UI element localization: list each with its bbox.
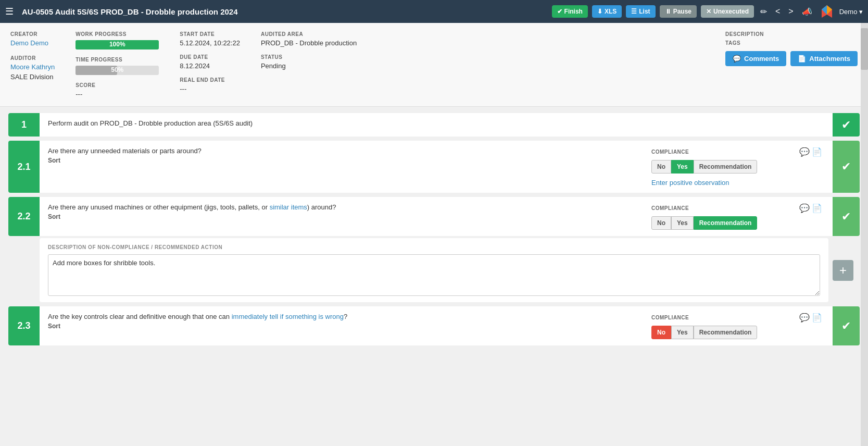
comments-button[interactable]: 💬 Comments <box>725 51 786 66</box>
comment-icon: 💬 <box>733 55 741 63</box>
item-category-2-2: Sort <box>48 213 637 220</box>
item-category-2-3: Sort <box>48 323 637 330</box>
prev-button[interactable]: < <box>773 5 782 18</box>
desc-textarea-2-2[interactable]: Add more boxes for shribble tools. <box>48 254 820 296</box>
main-content: 1 Perform audit on PROD_DB - Drobble pro… <box>0 107 868 352</box>
yes-button-2-3[interactable]: Yes <box>671 326 694 339</box>
file-icon-2-1[interactable]: 📄 <box>812 147 822 157</box>
real-end-label: REAL END DATE <box>180 77 240 83</box>
work-progress-bar: 100% <box>76 39 159 49</box>
compliance-icons-2-2: 💬 📄 <box>799 203 822 213</box>
yes-button-2-2[interactable]: Yes <box>671 216 694 230</box>
item-question-2-2: Are there any unused machines or other e… <box>48 203 637 211</box>
item-body-2-2: Are there any unused machines or other e… <box>40 197 645 236</box>
creator-label: CREATOR <box>10 31 55 37</box>
item-category-2-1: Sort <box>48 157 637 164</box>
yes-button-2-1[interactable]: Yes <box>671 160 694 174</box>
recommendation-button-2-2[interactable]: Recommendation <box>694 216 758 230</box>
compliance-label-2-2: COMPLIANCE <box>651 205 689 211</box>
chat-icon-2-2[interactable]: 💬 <box>799 203 810 213</box>
positive-obs-2-1[interactable]: Enter positive observation <box>651 179 729 187</box>
item-check-1[interactable]: ✔ <box>833 113 860 137</box>
no-button-2-2[interactable]: No <box>651 216 671 230</box>
item-check-2-3[interactable]: ✔ <box>833 306 860 345</box>
file-icon-2-2[interactable]: 📄 <box>812 203 822 213</box>
chat-icon-2-1[interactable]: 💬 <box>799 147 810 157</box>
item-right-2-1: COMPLIANCE 💬 📄 No Yes Recommendation Ent… <box>645 141 833 193</box>
add-button-2-2[interactable]: + <box>833 260 853 281</box>
compliance-label-2-3: COMPLIANCE <box>651 315 689 320</box>
audit-item-2-2: 2.2 Are there any unused machines or oth… <box>8 197 860 236</box>
xls-button[interactable]: ⬇ XLS <box>592 5 622 18</box>
scroll-thumb[interactable] <box>861 28 868 70</box>
next-button[interactable]: > <box>786 5 795 18</box>
compliance-row-2-2: No Yes Recommendation <box>651 216 757 230</box>
pause-button[interactable]: ⏸ Pause <box>660 5 697 18</box>
desc-block-2-2: DESCRIPTION OF NON-COMPLIANCE / RECOMMEN… <box>40 238 828 302</box>
compliance-row-2-3: No Yes Recommendation <box>651 326 757 339</box>
compliance-top-2-2: COMPLIANCE 💬 📄 <box>651 203 826 213</box>
edit-button[interactable]: ✏ <box>758 5 769 19</box>
item-check-2-1[interactable]: ✔ <box>833 141 860 193</box>
item-number-2-1: 2.1 <box>8 141 40 193</box>
megaphone-button[interactable]: 📣 <box>800 5 814 19</box>
score-label: SCORE <box>76 82 159 88</box>
attachments-button[interactable]: 📄 Attachments <box>790 51 858 66</box>
file-icon-2-3[interactable]: 📄 <box>812 313 822 323</box>
compliance-icons-2-3: 💬 📄 <box>799 313 822 323</box>
top-nav: ☰ AU-0505 Audit 5S/6S PROD_DB - Drobble … <box>0 0 868 23</box>
no-button-2-3[interactable]: No <box>651 326 671 339</box>
item-right-2-2: COMPLIANCE 💬 📄 No Yes Recommendation <box>645 197 833 236</box>
item-body-1: Perform audit on PROD_DB - Drobble produ… <box>40 113 833 137</box>
item-body-2-1: Are there any unneeded materials or part… <box>40 141 645 193</box>
audited-area: PROD_DB - Drobble production <box>261 39 357 47</box>
tags-label: TAGS <box>725 40 858 46</box>
scrollbar[interactable] <box>861 23 868 352</box>
status-value: Pending <box>261 62 357 70</box>
pause-icon: ⏸ <box>665 8 671 15</box>
page-title: AU-0505 Audit 5S/6S PROD_DB - Drobble pr… <box>22 7 548 16</box>
audit-item-2-3: 2.3 Are the key controls clear and defin… <box>8 306 860 345</box>
audited-area-label: AUDITED AREA <box>261 31 357 37</box>
compliance-icons-2-1: 💬 📄 <box>799 147 822 157</box>
download-icon: ⬇ <box>597 8 602 15</box>
recommendation-button-2-1[interactable]: Recommendation <box>694 160 758 174</box>
list-button[interactable]: ☰ List <box>626 5 655 18</box>
info-buttons: 💬 Comments 📄 Attachments <box>725 51 858 66</box>
finish-button[interactable]: ✔ Finish <box>552 5 588 18</box>
item-question-2-1: Are there any unneeded materials or part… <box>48 147 637 155</box>
item-question-1: Perform audit on PROD_DB - Drobble produ… <box>48 119 824 127</box>
x-icon: ✕ <box>706 8 711 15</box>
work-progress-label: WORK PROGRESS <box>76 31 159 37</box>
audit-item-1: 1 Perform audit on PROD_DB - Drobble pro… <box>8 113 860 137</box>
chat-icon-2-3[interactable]: 💬 <box>799 313 810 323</box>
creator-section: CREATOR Demo Demo AUDITOR Moore Kathryn … <box>10 31 55 98</box>
time-progress-bar: 50% <box>76 65 159 75</box>
app-logo <box>819 3 835 20</box>
item-number-1: 1 <box>8 113 40 137</box>
item-question-2-3: Are the key controls clear and definitiv… <box>48 313 637 320</box>
due-date: 8.12.2024 <box>180 62 240 70</box>
attachment-icon: 📄 <box>798 55 806 63</box>
auditor-name[interactable]: Moore Kathryn <box>10 63 55 71</box>
score-value: --- <box>76 90 159 98</box>
start-date-label: START DATE <box>180 31 240 37</box>
no-button-2-1[interactable]: No <box>651 160 671 174</box>
item-check-2-2[interactable]: ✔ <box>833 197 860 236</box>
auditor-division: SALE Division <box>10 73 55 81</box>
recommendation-button-2-3[interactable]: Recommendation <box>694 326 758 339</box>
compliance-top-2-3: COMPLIANCE 💬 📄 <box>651 313 826 323</box>
compliance-row-2-1: No Yes Recommendation <box>651 160 757 174</box>
info-panel: CREATOR Demo Demo AUDITOR Moore Kathryn … <box>0 23 868 107</box>
status-label: STATUS <box>261 54 357 60</box>
check-icon: ✔ <box>557 8 562 15</box>
hamburger-icon[interactable]: ☰ <box>5 6 14 17</box>
compliance-top-2-1: COMPLIANCE 💬 📄 <box>651 147 826 157</box>
creator-name[interactable]: Demo Demo <box>10 39 55 47</box>
time-progress-label: TIME PROGRESS <box>76 57 159 63</box>
unexecuted-button[interactable]: ✕ Unexecuted <box>701 5 754 18</box>
user-menu[interactable]: Demo ▾ <box>839 8 863 16</box>
area-section: AUDITED AREA PROD_DB - Drobble productio… <box>261 31 357 98</box>
real-end: --- <box>180 85 240 93</box>
desc-label-2-2: DESCRIPTION OF NON-COMPLIANCE / RECOMMEN… <box>48 244 820 250</box>
